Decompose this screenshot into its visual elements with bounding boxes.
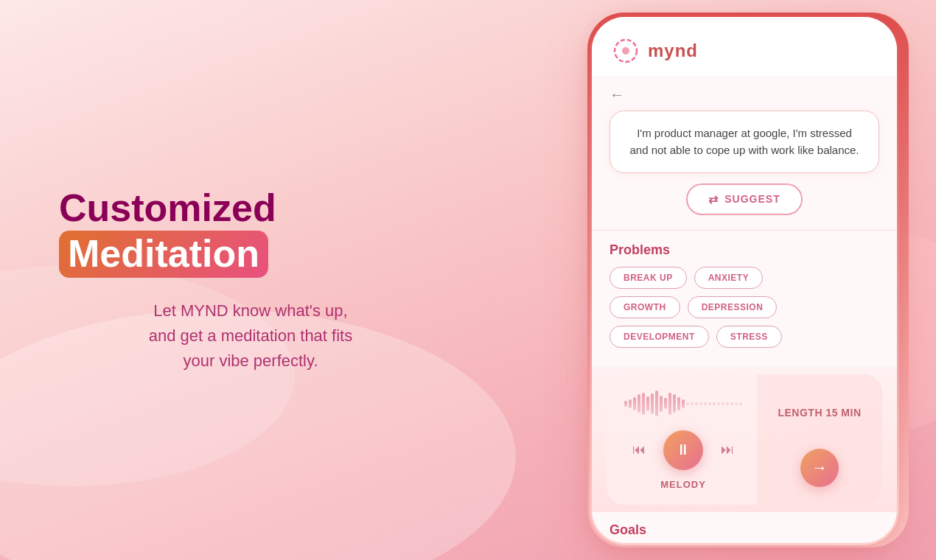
forward-button[interactable]: ⏭ [721, 442, 734, 458]
next-button[interactable]: → [800, 449, 839, 487]
headline-highlight: Meditation [59, 231, 268, 278]
tag-break-up[interactable]: BREAK UP [610, 267, 687, 289]
back-button[interactable]: ← [610, 86, 879, 103]
tag-anxiety[interactable]: ANXIETY [694, 267, 764, 289]
subtext: Let MYND know what's up,and get a medita… [59, 298, 442, 374]
next-icon: → [811, 458, 828, 477]
waveform [624, 389, 742, 419]
goals-section: Goals [592, 512, 897, 546]
headline-part1: Customized [59, 186, 276, 229]
tag-depression[interactable]: DEPRESSION [688, 296, 778, 318]
tags-row-2: GROWTH DEPRESSION [610, 296, 879, 318]
rewind-button[interactable]: ⏮ [632, 442, 646, 458]
tag-stress[interactable]: STRESS [716, 326, 782, 348]
goals-title: Goals [610, 522, 879, 538]
problems-title: Problems [610, 242, 879, 258]
pause-icon: ⏸ [676, 441, 691, 458]
phone-mockup: mynd ← I'm product manager at google, I'… [590, 15, 907, 560]
suggest-button[interactable]: ⇄ SUGGEST [686, 183, 802, 215]
phone-frame: mynd ← I'm product manager at google, I'… [590, 15, 899, 545]
player-section: ⏮ ⏸ ⏭ MELODY LENGTH 15 MIN → [607, 374, 882, 505]
tags-row-3: DEVELOPMENT STRESS [610, 326, 879, 348]
tags-row-1: BREAK UP ANXIETY [610, 267, 879, 289]
suggest-icon: ⇄ [708, 192, 719, 206]
chat-area: ← I'm product manager at google, I'm str… [592, 76, 897, 231]
player-left: ⏮ ⏸ ⏭ MELODY [607, 374, 757, 505]
tag-development[interactable]: DEVELOPMENT [610, 326, 709, 348]
main-headline: Customized Meditation [59, 186, 442, 278]
player-right: LENGTH 15 MIN → [757, 374, 882, 505]
tag-growth[interactable]: GROWTH [610, 296, 680, 318]
svg-point-1 [622, 47, 629, 55]
suggest-label: SUGGEST [724, 193, 780, 205]
length-text: LENGTH 15 MIN [778, 407, 861, 419]
melody-label: MELODY [660, 479, 706, 490]
pause-button[interactable]: ⏸ [663, 430, 703, 470]
problems-section: Problems BREAK UP ANXIETY GROWTH DEPRESS… [592, 231, 897, 367]
chat-text: I'm product manager at google, I'm stres… [629, 127, 859, 156]
mynd-logo-text: mynd [648, 41, 698, 61]
phone-topbar: mynd [592, 17, 897, 76]
player-controls: ⏮ ⏸ ⏭ [632, 430, 734, 470]
chat-bubble: I'm product manager at google, I'm stres… [610, 111, 879, 173]
mynd-logo-icon [612, 38, 639, 64]
left-content: Customized Meditation Let MYND know what… [59, 186, 442, 374]
